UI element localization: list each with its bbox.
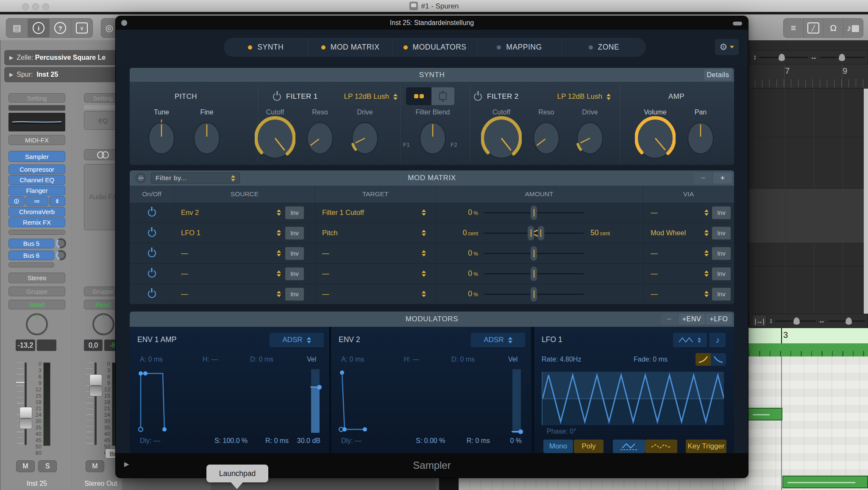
piano-roll-loop-strip[interactable] (748, 343, 868, 356)
strip1-insert-3[interactable]: Flanger (8, 186, 65, 195)
row-enable-toggle[interactable] (148, 270, 156, 278)
piano-roll-ruler[interactable]: 3 (748, 328, 868, 343)
filters-parallel-button[interactable] (431, 87, 454, 105)
strip1-insert-2[interactable]: Channel EQ (8, 175, 65, 185)
filter1-type-select[interactable]: LP 12dB Lush (329, 92, 398, 101)
strip1-solo-button[interactable]: S (38, 460, 57, 472)
strip2-mute-button[interactable]: M (86, 460, 104, 472)
remove-routing-button[interactable]: − (694, 173, 712, 184)
lfo-phase[interactable]: Phase: 0° (547, 428, 576, 435)
amount-value[interactable]: 0% (436, 290, 478, 298)
insert-power-button[interactable]: ⏼ (8, 196, 25, 206)
plugin-titlebar[interactable]: Inst 25: Standardeinstellung (116, 16, 748, 30)
strip1-gain-slot[interactable] (8, 105, 65, 111)
env2-sustain[interactable]: S: 0.00 % (416, 437, 445, 445)
insert-chooser-button[interactable] (49, 196, 65, 206)
chevron-updown-icon[interactable] (704, 230, 709, 236)
strip1-insert-1[interactable]: Compressor (8, 164, 65, 174)
strip1-peak-value[interactable] (37, 340, 56, 351)
filter-blend-knob[interactable] (418, 120, 447, 155)
add-lfo-button[interactable]: +LFO (706, 314, 732, 325)
amount-slider[interactable] (484, 226, 584, 241)
horizontal-zoom-control[interactable]: ↔ (810, 52, 865, 63)
filter-by-select[interactable]: Filter by... (151, 173, 240, 184)
strip1-pan-knob[interactable] (26, 313, 48, 335)
strip1-send-2[interactable]: Bus 6 (8, 251, 54, 260)
add-routing-button[interactable]: + (713, 173, 732, 184)
chevron-updown-icon[interactable] (704, 250, 709, 256)
source-invert-button[interactable]: Inv (285, 267, 304, 280)
row-enable-toggle[interactable] (148, 209, 156, 217)
chevron-updown-icon[interactable] (704, 270, 709, 277)
strip2-volume-value[interactable]: 0,0 (84, 340, 103, 351)
library-button[interactable]: ▤ (6, 19, 28, 37)
amount-value[interactable]: 0% (436, 208, 478, 217)
env2-amount[interactable]: 0 % (501, 437, 522, 445)
via-invert-button[interactable]: Inv (712, 227, 731, 239)
via-select[interactable]: Mod Wheel (651, 229, 701, 237)
send1-level-knob[interactable] (56, 238, 66, 248)
strip2-fader-handle[interactable] (89, 374, 102, 396)
strip1-instrument-slot[interactable]: Sampler (8, 151, 65, 162)
env1-vel-slider[interactable] (311, 369, 320, 433)
strip1-volume-value[interactable]: -13,2 (16, 340, 35, 351)
chevron-updown-icon[interactable] (422, 250, 426, 256)
list-editors-button[interactable]: ≡ (784, 19, 804, 37)
lfo-continuous-button[interactable] (613, 440, 645, 453)
add-env-button[interactable]: +ENV (679, 314, 705, 325)
strip1-output-button[interactable]: Stereo (8, 273, 65, 283)
slider-handle[interactable] (531, 267, 537, 281)
fade-in-button[interactable] (696, 353, 711, 366)
filter2-drive-knob[interactable] (576, 120, 604, 155)
inspector-cell-header[interactable]: ▶ Zelle: Percussive Square Le (4, 50, 131, 65)
tab-mod-matrix[interactable]: MOD MATRIX (308, 38, 392, 57)
remove-modulator-button[interactable]: − (661, 314, 678, 325)
lfo-wave-display[interactable] (542, 372, 724, 425)
details-button[interactable]: Details (704, 69, 732, 81)
pan-knob[interactable] (686, 120, 715, 155)
tab-mapping[interactable]: MAPPING (477, 38, 561, 57)
chevron-updown-icon[interactable] (277, 209, 281, 216)
plugin-settings-button[interactable]: ⚙ (715, 39, 739, 55)
chevron-updown-icon[interactable] (704, 209, 709, 216)
source-select[interactable]: — (181, 290, 273, 298)
target-select[interactable]: Filter 1 Cutoff (322, 209, 417, 217)
env1-attack[interactable]: A: 0 ms (140, 356, 163, 363)
lfo-waveform-select[interactable] (673, 333, 707, 347)
filter1-drive-knob[interactable] (351, 120, 379, 155)
fit-zoom-button[interactable]: |↔| (752, 315, 767, 327)
strip1-group-button[interactable]: Gruppe (8, 287, 65, 296)
insert-editor-button[interactable]: ≔ (25, 196, 48, 206)
lfo-poly-button[interactable]: Poly (574, 440, 604, 453)
vertical-zoom-control[interactable]: ↕ (753, 52, 808, 63)
strip1-fader-handle[interactable] (19, 407, 32, 429)
chevron-updown-icon[interactable] (422, 230, 426, 236)
lfo-mono-button[interactable]: Mono (543, 440, 573, 453)
strip1-empty-send[interactable] (8, 262, 54, 267)
piano-roll-grid[interactable] (748, 356, 868, 490)
strip1-name[interactable]: Inst 25 (8, 480, 65, 487)
fade-out-button[interactable] (711, 353, 726, 366)
via-select[interactable]: — (651, 290, 701, 298)
tune-knob[interactable] (147, 120, 176, 155)
strip2-pan-knob[interactable] (92, 313, 114, 335)
inspector-button[interactable]: i (28, 19, 50, 37)
chevron-updown-icon[interactable] (277, 270, 281, 277)
lfo-fade[interactable]: Fade: 0 ms (634, 356, 668, 363)
source-invert-button[interactable]: Inv (285, 227, 304, 239)
strip1-setting-button[interactable]: Setting (8, 93, 65, 103)
env2-hold[interactable]: H: — (404, 356, 419, 363)
horizontal-zoom-control[interactable]: ↔ (818, 315, 865, 326)
strip2-name[interactable]: Stereo Out (80, 480, 122, 487)
toolbar-button[interactable]: ∨ (71, 19, 92, 37)
volume-knob[interactable] (635, 115, 676, 159)
filter2-power-toggle[interactable] (474, 93, 482, 101)
midi-note[interactable] (748, 408, 782, 420)
via-invert-button[interactable]: Inv (712, 288, 731, 301)
row-enable-toggle[interactable] (148, 249, 156, 257)
strip1-midi-fx-slot[interactable]: MIDI-FX (8, 135, 65, 145)
filter1-power-toggle[interactable] (273, 93, 281, 101)
quick-help-button[interactable]: ? (50, 19, 71, 37)
target-select[interactable]: — (322, 270, 417, 278)
strip1-empty-insert[interactable] (8, 230, 65, 235)
